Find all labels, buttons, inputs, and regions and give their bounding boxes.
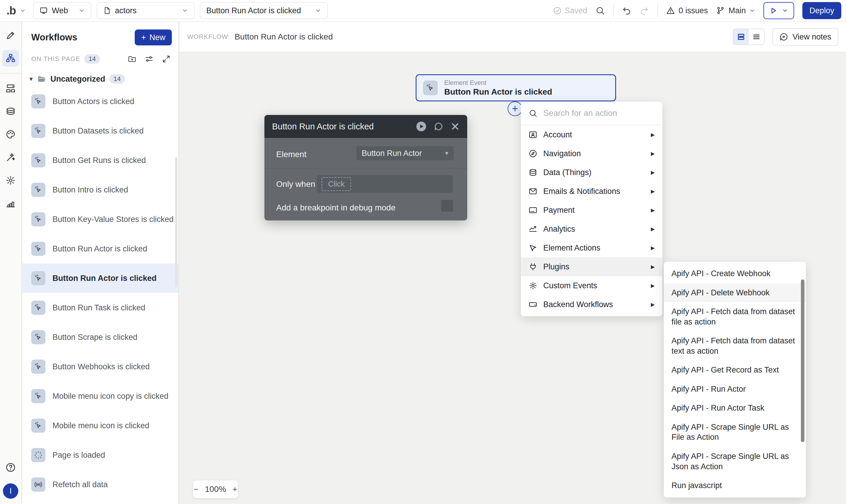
add-action-button[interactable]: + [508,102,522,116]
workflow-canvas[interactable]: Element Event Button Run Actor is clicke… [180,52,846,504]
workflow-list-item[interactable]: Page is loaded [22,440,178,470]
avatar[interactable]: I [3,483,18,499]
deploy-label: Deploy [809,6,834,15]
submenu-item[interactable]: Apify API - Delete Webhook [664,283,806,302]
submenu-arrow-icon: ▶ [651,188,655,195]
gear-icon [5,175,16,185]
git-branch-icon [716,6,725,15]
menu-item-label: Emails & Notifications [543,187,620,196]
event-properties-dialog: Button Run Actor is clicked Element Butt… [265,115,467,220]
breakpoint-checkbox[interactable] [441,200,453,212]
submenu-arrow-icon: ▶ [651,283,655,289]
workflow-list-item[interactable]: Mobile menu icon copy is clicked [22,381,178,411]
issues-indicator[interactable]: 0 issues [666,6,708,15]
menu-item-plugins[interactable]: Plugins ▶ [521,257,662,276]
workflow-list-scrollbar[interactable] [175,157,178,287]
submenu-item[interactable]: Apify API - Run Actor [664,380,806,399]
deploy-button[interactable]: Deploy [803,2,841,19]
menu-item-payment[interactable]: Payment ▶ [521,201,662,220]
envelope-icon [528,187,537,196]
submenu-item[interactable]: Apify API - Scrape Single URL as File as… [664,418,806,447]
run-play-icon[interactable] [416,121,427,132]
page-select[interactable]: actors [97,2,195,19]
compass-icon [528,149,537,158]
plugins-submenu: Apify API - Create Webhook Apify API - D… [664,262,806,498]
comment-icon[interactable] [434,122,444,131]
rail-settings-tab[interactable] [2,172,19,188]
new-workflow-button[interactable]: + New [135,30,172,46]
menu-item-data-things[interactable]: Data (Things) ▶ [521,163,662,182]
workflow-list-item[interactable]: Button Webhooks is clicked [22,352,178,381]
rail-design-tab[interactable] [2,27,19,43]
rail-styles-tab[interactable] [2,126,19,143]
folder-uncategorized[interactable]: ▾ Uncategorized 14 [22,74,178,84]
rail-plugins-tab[interactable] [2,149,19,166]
rail-workflow-tab[interactable] [2,50,19,67]
submenu-scrollbar[interactable] [801,280,805,442]
bubble-logo[interactable]: .b [5,4,28,17]
click-placeholder-token[interactable]: Click [322,177,351,191]
platform-select[interactable]: Web [33,2,91,19]
action-search-input[interactable] [543,108,655,118]
view-notes-button[interactable]: View notes [772,28,838,46]
add-folder-icon[interactable] [128,55,137,64]
filter-sliders-icon[interactable] [145,55,154,64]
workflow-list-item[interactable]: Button Scrape is clicked [22,322,178,352]
dialog-header[interactable]: Button Run Actor is clicked [265,115,467,138]
modules-icon [5,84,16,93]
menu-item-backend-workflows[interactable]: Backend Workflows ▶ [521,295,662,314]
refetch-broadcast-icon [31,478,46,492]
list-view-button[interactable] [749,29,764,44]
workflow-list-item[interactable]: Button Key-Value Stores is clicked [22,204,178,234]
workflow-list-item[interactable]: Button Intro is clicked [22,175,178,204]
page-icon [103,7,111,15]
workflow-list-item[interactable]: Mobile menu icon is clicked [22,411,178,440]
workflow-list-item[interactable]: Button Run Actor is clicked [22,234,178,264]
event-node[interactable]: Element Event Button Run Actor is clicke… [416,74,616,102]
rail-reusables-tab[interactable] [2,80,19,97]
menu-item-navigation[interactable]: Navigation ▶ [521,144,662,163]
submenu-item[interactable]: Apify API - Fetch data from dataset text… [664,331,806,360]
submenu-arrow-icon: ▶ [651,150,655,157]
menu-item-account[interactable]: Account ▶ [521,125,662,144]
element-dropdown[interactable]: Button Run Actor ▾ [356,146,454,160]
submenu-item[interactable]: Apify API - Get Record as Text [664,360,806,380]
action-search-row[interactable] [521,102,662,125]
search-icon[interactable] [595,6,605,15]
help-button[interactable] [2,459,19,476]
workflow-list-item[interactable]: Button Actors is clicked [22,87,178,116]
workflow-list-item-selected[interactable]: Button Run Actor is clicked [22,264,178,293]
zoom-out-button[interactable]: − [194,485,198,494]
workflow-list-item[interactable]: Button Run Task is clicked [22,293,178,322]
notes-bubble-icon [779,32,788,41]
menu-item-emails-notifications[interactable]: Emails & Notifications ▶ [521,182,662,201]
submenu-item[interactable]: Apify API - Run Actor Task [664,398,806,418]
menu-item-custom-events[interactable]: Custom Events ▶ [521,276,662,295]
folder-name: Uncategorized [50,75,105,84]
submenu-item[interactable]: Run javascript [664,476,806,495]
redo-icon[interactable] [640,6,649,15]
preview-button[interactable] [763,2,794,19]
submenu-item[interactable]: Apify API - Create Webhook [664,264,806,283]
workflow-list: Button Actors is clicked Button Datasets… [22,87,178,499]
undo-icon[interactable] [622,6,631,15]
workflow-list-item[interactable]: Button Get Runs is clicked [22,146,178,175]
workflow-list-item[interactable]: Button Datasets is clicked [22,116,178,146]
zoom-in-button[interactable]: + [233,485,237,494]
menu-item-analytics[interactable]: Analytics ▶ [521,220,662,238]
rail-logs-tab[interactable] [2,195,19,212]
submenu-item[interactable]: Apify API - Scrape Single URL as Json as… [664,447,806,476]
workflow-list-item[interactable]: Refetch all data [22,470,178,499]
close-icon[interactable] [451,122,460,131]
card-view-button[interactable] [733,29,749,44]
submenu-item[interactable]: Apify API - Fetch data from dataset file… [664,302,806,331]
cursor-click-icon [31,183,46,197]
only-when-input[interactable]: Click [317,175,453,193]
menu-item-element-actions[interactable]: Element Actions ▶ [521,238,662,257]
expand-icon[interactable] [162,55,171,64]
menu-item-label: Custom Events [543,281,597,290]
card-view-icon [737,33,745,41]
branch-select[interactable]: Main [716,6,755,15]
rail-data-tab[interactable] [2,103,19,120]
workflow-select[interactable]: Button Run Actor is clicked [200,2,328,19]
